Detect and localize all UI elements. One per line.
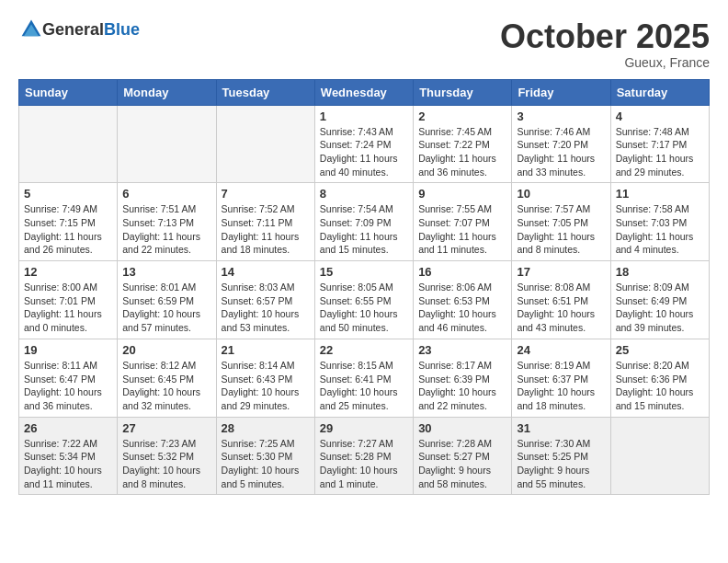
day-number: 1 [320, 109, 408, 123]
calendar-day-cell: 20Sunrise: 8:12 AMSunset: 6:45 PMDayligh… [118, 339, 216, 417]
day-info: Sunrise: 8:14 AMSunset: 6:43 PMDaylight:… [222, 359, 310, 413]
day-number: 29 [320, 421, 408, 435]
calendar-day-cell: 9Sunrise: 7:55 AMSunset: 7:07 PMDaylight… [414, 183, 512, 261]
calendar-header-row: SundayMondayTuesdayWednesdayThursdayFrid… [19, 79, 710, 105]
location: Gueux, France [500, 55, 710, 70]
day-number: 25 [616, 343, 704, 357]
day-of-week-header: Tuesday [216, 79, 314, 105]
calendar-day-cell: 3Sunrise: 7:46 AMSunset: 7:20 PMDaylight… [512, 105, 610, 183]
day-of-week-header: Thursday [414, 79, 512, 105]
calendar-day-cell: 30Sunrise: 7:28 AMSunset: 5:27 PMDayligh… [414, 417, 512, 495]
day-info: Sunrise: 8:11 AMSunset: 6:47 PMDaylight:… [24, 359, 112, 413]
calendar-day-cell: 10Sunrise: 7:57 AMSunset: 7:05 PMDayligh… [512, 183, 610, 261]
day-info: Sunrise: 7:23 AMSunset: 5:32 PMDaylight:… [122, 437, 210, 491]
calendar-week-row: 1Sunrise: 7:43 AMSunset: 7:24 PMDaylight… [19, 105, 710, 183]
calendar-day-cell: 14Sunrise: 8:03 AMSunset: 6:57 PMDayligh… [216, 261, 314, 339]
calendar-day-cell: 31Sunrise: 7:30 AMSunset: 5:25 PMDayligh… [512, 417, 610, 495]
day-info: Sunrise: 8:19 AMSunset: 6:37 PMDaylight:… [517, 359, 605, 413]
calendar-day-cell: 2Sunrise: 7:45 AMSunset: 7:22 PMDaylight… [414, 105, 512, 183]
day-info: Sunrise: 8:12 AMSunset: 6:45 PMDaylight:… [122, 359, 210, 413]
calendar-day-cell [610, 417, 709, 495]
day-info: Sunrise: 7:46 AMSunset: 7:20 PMDaylight:… [517, 125, 605, 179]
day-of-week-header: Sunday [19, 79, 118, 105]
day-info: Sunrise: 8:08 AMSunset: 6:51 PMDaylight:… [517, 281, 605, 335]
day-number: 14 [222, 265, 310, 279]
day-number: 15 [320, 265, 408, 279]
day-of-week-header: Saturday [610, 79, 709, 105]
month-title: October 2025 [500, 18, 710, 55]
calendar-day-cell: 29Sunrise: 7:27 AMSunset: 5:28 PMDayligh… [314, 417, 413, 495]
day-number: 12 [24, 265, 112, 279]
day-info: Sunrise: 8:03 AMSunset: 6:57 PMDaylight:… [222, 281, 310, 335]
day-info: Sunrise: 8:09 AMSunset: 6:49 PMDaylight:… [616, 281, 704, 335]
day-info: Sunrise: 7:58 AMSunset: 7:03 PMDaylight:… [616, 202, 704, 257]
day-info: Sunrise: 7:57 AMSunset: 7:05 PMDaylight:… [517, 202, 605, 257]
calendar-day-cell [118, 105, 216, 183]
calendar-day-cell: 6Sunrise: 7:51 AMSunset: 7:13 PMDaylight… [118, 183, 216, 261]
calendar-day-cell: 23Sunrise: 8:17 AMSunset: 6:39 PMDayligh… [414, 339, 512, 417]
calendar-day-cell: 8Sunrise: 7:54 AMSunset: 7:09 PMDaylight… [314, 183, 413, 261]
day-info: Sunrise: 7:28 AMSunset: 5:27 PMDaylight:… [418, 437, 506, 491]
day-info: Sunrise: 7:43 AMSunset: 7:24 PMDaylight:… [320, 125, 408, 179]
calendar-day-cell: 5Sunrise: 7:49 AMSunset: 7:15 PMDaylight… [19, 183, 118, 261]
day-info: Sunrise: 7:55 AMSunset: 7:07 PMDaylight:… [418, 202, 506, 257]
day-number: 9 [418, 187, 506, 201]
day-of-week-header: Wednesday [314, 79, 413, 105]
day-info: Sunrise: 7:45 AMSunset: 7:22 PMDaylight:… [418, 125, 506, 179]
day-info: Sunrise: 7:52 AMSunset: 7:11 PMDaylight:… [222, 202, 310, 257]
day-info: Sunrise: 7:48 AMSunset: 7:17 PMDaylight:… [616, 125, 704, 179]
calendar-day-cell: 7Sunrise: 7:52 AMSunset: 7:11 PMDaylight… [216, 183, 314, 261]
day-number: 5 [24, 187, 112, 201]
day-number: 24 [517, 343, 605, 357]
calendar-day-cell: 19Sunrise: 8:11 AMSunset: 6:47 PMDayligh… [19, 339, 118, 417]
day-number: 6 [122, 187, 210, 201]
calendar-day-cell: 22Sunrise: 8:15 AMSunset: 6:41 PMDayligh… [314, 339, 413, 417]
logo-icon [20, 18, 42, 40]
calendar-day-cell: 21Sunrise: 8:14 AMSunset: 6:43 PMDayligh… [216, 339, 314, 417]
day-of-week-header: Friday [512, 79, 610, 105]
calendar-day-cell: 27Sunrise: 7:23 AMSunset: 5:32 PMDayligh… [118, 417, 216, 495]
calendar-day-cell [216, 105, 314, 183]
day-info: Sunrise: 7:49 AMSunset: 7:15 PMDaylight:… [24, 202, 112, 257]
page-header: GeneralBlue October 2025 Gueux, France [18, 18, 710, 70]
logo: GeneralBlue [18, 18, 140, 40]
day-info: Sunrise: 8:01 AMSunset: 6:59 PMDaylight:… [122, 281, 210, 335]
calendar-day-cell [19, 105, 118, 183]
day-number: 22 [320, 343, 408, 357]
calendar-day-cell: 17Sunrise: 8:08 AMSunset: 6:51 PMDayligh… [512, 261, 610, 339]
day-number: 26 [24, 421, 112, 435]
day-info: Sunrise: 8:17 AMSunset: 6:39 PMDaylight:… [418, 359, 506, 413]
calendar-week-row: 26Sunrise: 7:22 AMSunset: 5:34 PMDayligh… [19, 417, 710, 495]
logo-blue: Blue [104, 20, 140, 39]
day-info: Sunrise: 7:54 AMSunset: 7:09 PMDaylight:… [320, 202, 408, 257]
calendar-week-row: 12Sunrise: 8:00 AMSunset: 7:01 PMDayligh… [19, 261, 710, 339]
calendar-day-cell: 18Sunrise: 8:09 AMSunset: 6:49 PMDayligh… [610, 261, 709, 339]
day-number: 19 [24, 343, 112, 357]
day-number: 27 [122, 421, 210, 435]
day-info: Sunrise: 7:30 AMSunset: 5:25 PMDaylight:… [517, 437, 605, 491]
day-info: Sunrise: 8:05 AMSunset: 6:55 PMDaylight:… [320, 281, 408, 335]
calendar-day-cell: 24Sunrise: 8:19 AMSunset: 6:37 PMDayligh… [512, 339, 610, 417]
day-of-week-header: Monday [118, 79, 216, 105]
calendar-day-cell: 13Sunrise: 8:01 AMSunset: 6:59 PMDayligh… [118, 261, 216, 339]
day-number: 17 [517, 265, 605, 279]
title-block: October 2025 Gueux, France [500, 18, 710, 70]
day-number: 20 [122, 343, 210, 357]
calendar-day-cell: 15Sunrise: 8:05 AMSunset: 6:55 PMDayligh… [314, 261, 413, 339]
calendar-week-row: 19Sunrise: 8:11 AMSunset: 6:47 PMDayligh… [19, 339, 710, 417]
calendar-week-row: 5Sunrise: 7:49 AMSunset: 7:15 PMDaylight… [19, 183, 710, 261]
day-number: 31 [517, 421, 605, 435]
day-number: 18 [616, 265, 704, 279]
day-number: 23 [418, 343, 506, 357]
day-info: Sunrise: 7:51 AMSunset: 7:13 PMDaylight:… [122, 202, 210, 257]
day-number: 11 [616, 187, 704, 201]
day-number: 30 [418, 421, 506, 435]
day-number: 4 [616, 109, 704, 123]
logo-general: General [42, 20, 104, 39]
calendar-day-cell: 26Sunrise: 7:22 AMSunset: 5:34 PMDayligh… [19, 417, 118, 495]
calendar-day-cell: 1Sunrise: 7:43 AMSunset: 7:24 PMDaylight… [314, 105, 413, 183]
calendar-day-cell: 16Sunrise: 8:06 AMSunset: 6:53 PMDayligh… [414, 261, 512, 339]
calendar-day-cell: 28Sunrise: 7:25 AMSunset: 5:30 PMDayligh… [216, 417, 314, 495]
day-number: 10 [517, 187, 605, 201]
day-info: Sunrise: 8:15 AMSunset: 6:41 PMDaylight:… [320, 359, 408, 413]
